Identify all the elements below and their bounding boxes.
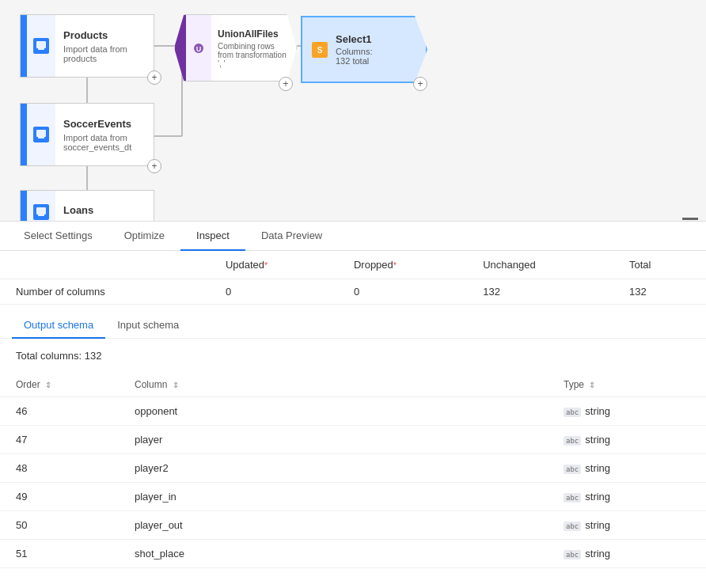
row-column: player bbox=[119, 426, 548, 454]
row-order: 50 bbox=[0, 511, 119, 540]
columns-label: Columns: bbox=[336, 47, 372, 56]
stats-table: Updated* Dropped* Unchanged Total Number… bbox=[0, 251, 706, 305]
bottom-panel: Select Settings Optimize Inspect Data Pr… bbox=[0, 222, 706, 588]
union-title: UnionAllFiles bbox=[218, 28, 290, 40]
node-content: Products Import data from products bbox=[55, 15, 154, 77]
stats-updated-value: 0 bbox=[210, 279, 338, 305]
tab-data-preview[interactable]: Data Preview bbox=[245, 222, 338, 251]
type-sort-icon: ⇕ bbox=[589, 381, 595, 389]
svg-rect-9 bbox=[36, 130, 46, 137]
node-accent bbox=[21, 191, 27, 222]
minimize-button[interactable] bbox=[682, 218, 698, 220]
type-icon: abc bbox=[564, 493, 581, 503]
union-subtitle: Combining rows from transformation ', ' bbox=[218, 42, 290, 68]
stats-total-value: 132 bbox=[613, 279, 706, 305]
row-type: abcstring bbox=[548, 511, 706, 540]
schema-tab-bar: Output schema Input schema bbox=[0, 313, 706, 339]
union-node[interactable]: U UnionAllFiles Combining rows from tran… bbox=[174, 14, 297, 82]
products-node[interactable]: Products Import data from products + bbox=[20, 14, 154, 78]
schema-tab-output[interactable]: Output schema bbox=[12, 313, 105, 339]
type-icon: abc bbox=[564, 436, 581, 446]
stats-total-header: Total bbox=[613, 251, 706, 279]
column-header[interactable]: Column ⇕ bbox=[119, 373, 548, 397]
row-column: player_in bbox=[119, 483, 548, 511]
soccer-node[interactable]: SoccerEvents Import data from soccer_eve… bbox=[20, 103, 154, 166]
union-shape: U UnionAllFiles Combining rows from tran… bbox=[174, 14, 297, 82]
row-column: opponent bbox=[119, 397, 548, 426]
stats-row-header bbox=[0, 251, 210, 279]
row-order: 49 bbox=[0, 483, 119, 511]
union-content: UnionAllFiles Combining rows from transf… bbox=[211, 22, 296, 74]
type-icon: abc bbox=[564, 465, 581, 474]
node-accent bbox=[21, 104, 27, 165]
stats-dropped-header: Dropped* bbox=[338, 251, 467, 279]
schema-table: Order ⇕ Column ⇕ Type ⇕ 46 opponent abcs… bbox=[0, 373, 706, 568]
row-column: shot_place bbox=[119, 540, 548, 568]
svg-rect-7 bbox=[36, 41, 46, 48]
node-title: SoccerEvents bbox=[63, 118, 146, 130]
asterisk: * bbox=[393, 260, 397, 270]
tab-select-settings[interactable]: Select Settings bbox=[8, 222, 108, 251]
type-header[interactable]: Type ⇕ bbox=[548, 373, 706, 397]
row-order: 46 bbox=[0, 397, 119, 426]
soccer-plus-button[interactable]: + bbox=[147, 159, 161, 173]
schema-row: 49 player_in abcstring bbox=[0, 483, 706, 511]
select-shape: S Select1 Columns: 132 total bbox=[301, 16, 427, 83]
tab-bar: Select Settings Optimize Inspect Data Pr… bbox=[0, 222, 706, 251]
row-type: abcstring bbox=[548, 426, 706, 454]
schema-row: 51 shot_place abcstring bbox=[0, 540, 706, 568]
node-content: Loans bbox=[55, 191, 101, 222]
stats-unchanged-value: 132 bbox=[467, 279, 613, 305]
type-icon: abc bbox=[564, 550, 581, 560]
stats-updated-header: Updated* bbox=[210, 251, 338, 279]
union-plus-button[interactable]: + bbox=[279, 77, 293, 91]
node-content: SoccerEvents Import data from soccer_eve… bbox=[55, 104, 154, 165]
schema-row: 50 player_out abcstring bbox=[0, 511, 706, 540]
select-plus-button[interactable]: + bbox=[413, 77, 427, 91]
select-title: Select1 bbox=[336, 33, 418, 45]
node-accent bbox=[21, 15, 27, 77]
row-order: 51 bbox=[0, 540, 119, 568]
column-sort-icon: ⇕ bbox=[173, 381, 179, 389]
tab-inspect[interactable]: Inspect bbox=[180, 222, 245, 251]
row-type: abcstring bbox=[548, 454, 706, 483]
select-icon: S bbox=[310, 40, 329, 59]
import-icon bbox=[33, 38, 49, 54]
select-node[interactable]: S Select1 Columns: 132 total + bbox=[301, 16, 427, 83]
stats-row-label: Number of columns bbox=[0, 279, 210, 305]
loans-node[interactable]: Loans bbox=[20, 190, 154, 222]
node-subtitle: Import data from products bbox=[63, 44, 146, 63]
order-header[interactable]: Order ⇕ bbox=[0, 373, 119, 397]
type-icon: abc bbox=[564, 522, 581, 531]
row-type: abcstring bbox=[548, 397, 706, 426]
node-icon bbox=[27, 15, 55, 77]
select-content: Select1 Columns: 132 total bbox=[336, 33, 418, 66]
tab-optimize[interactable]: Optimize bbox=[108, 222, 180, 251]
row-type: abcstring bbox=[548, 483, 706, 511]
schema-row: 48 player2 abcstring bbox=[0, 454, 706, 483]
svg-rect-10 bbox=[38, 137, 44, 138]
stats-unchanged-header: Unchanged bbox=[467, 251, 613, 279]
order-sort-icon: ⇕ bbox=[45, 381, 51, 389]
svg-text:U: U bbox=[196, 45, 202, 53]
union-accent bbox=[175, 15, 186, 81]
select-subtitle: Columns: 132 total bbox=[336, 47, 418, 66]
node-title: Products bbox=[63, 29, 146, 41]
total-columns-label: Total columns: 132 bbox=[0, 345, 706, 366]
row-order: 48 bbox=[0, 454, 119, 483]
stats-dropped-value: 0 bbox=[338, 279, 467, 305]
schema-tab-input[interactable]: Input schema bbox=[105, 313, 191, 339]
schema-row: 47 player abcstring bbox=[0, 426, 706, 454]
svg-text:S: S bbox=[317, 46, 323, 55]
svg-rect-11 bbox=[36, 207, 46, 214]
pipeline-canvas: Products Import data from products + Soc… bbox=[0, 0, 706, 222]
svg-rect-12 bbox=[38, 214, 44, 216]
products-plus-button[interactable]: + bbox=[147, 70, 161, 85]
import-icon bbox=[33, 204, 49, 220]
node-icon bbox=[27, 104, 55, 165]
row-type: abcstring bbox=[548, 540, 706, 568]
node-title: Loans bbox=[63, 204, 93, 216]
type-icon: abc bbox=[564, 408, 581, 417]
row-column: player2 bbox=[119, 454, 548, 483]
import-icon bbox=[33, 127, 49, 142]
